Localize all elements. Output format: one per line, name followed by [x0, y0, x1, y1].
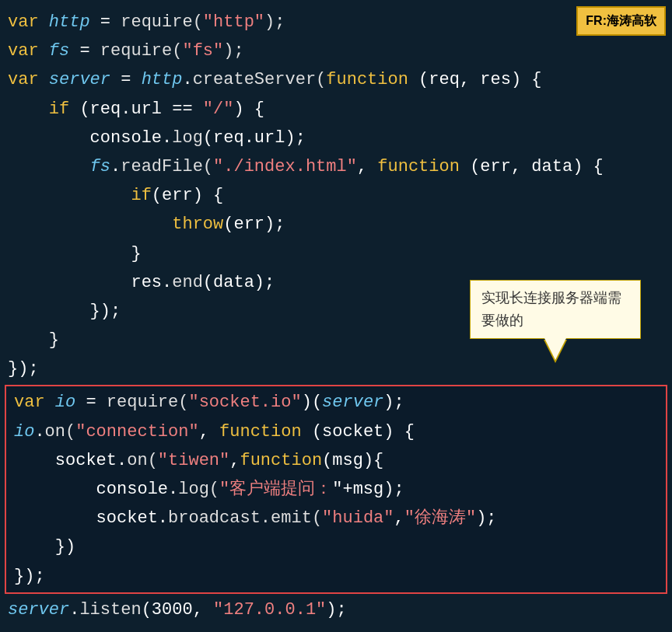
code-area: FR:海涛高软 实现长连接服务器端需要做的 var http = require… [0, 0, 672, 632]
code-line-17: console.log("客户端提问："+msg); [6, 475, 666, 504]
watermark: FR:海涛高软 [576, 6, 666, 36]
tooltip-box: 实现长连接服务器端需要做的 [470, 280, 641, 339]
code-line-9: } [0, 239, 672, 268]
code-line-19: }) [6, 532, 666, 561]
code-line-7: if(err) { [0, 181, 672, 210]
code-line-18: socket.broadcast.emit("huida","徐海涛"); [6, 504, 666, 532]
code-line-6: fs.readFile("./index.html", function (er… [0, 152, 672, 181]
code-line-2: var fs = require("fs"); [0, 37, 672, 65]
code-line-4: if (req.url == "/") { [0, 95, 672, 124]
code-line-16: socket.on("tiwen",function(msg){ [6, 446, 666, 475]
code-line-14: var io = require("socket.io")(server); [6, 388, 666, 417]
code-line-20: }); [6, 562, 666, 591]
code-line-21: server.listen(3000, "127.0.0.1"); [0, 595, 672, 624]
code-line-15: io.on("connection", function (socket) { [6, 417, 666, 446]
code-line-5: console.log(req.url); [0, 124, 672, 152]
code-line-8: throw(err); [0, 210, 672, 239]
code-line-13: }); [0, 354, 672, 383]
code-line-3: var server = http.createServer(function … [0, 65, 672, 94]
highlighted-block: var io = require("socket.io")(server); i… [5, 385, 667, 593]
code-line-1: var http = require("http"); [0, 8, 672, 37]
